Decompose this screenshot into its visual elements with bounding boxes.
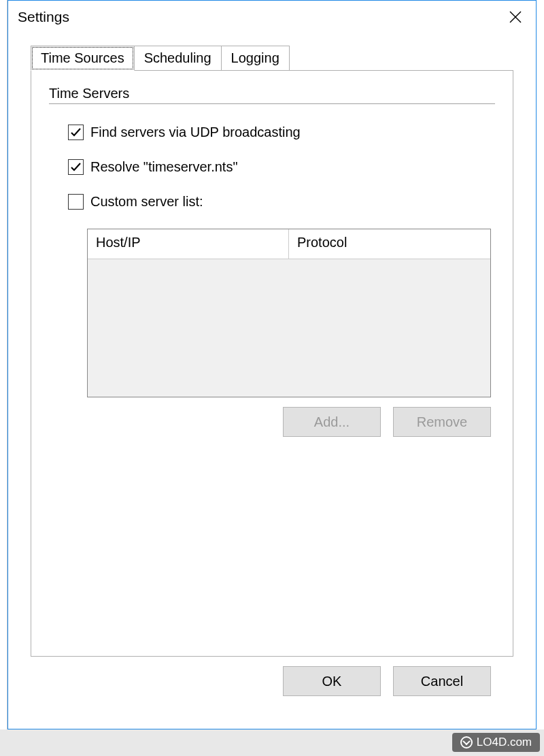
server-list-table[interactable]: Host/IP Protocol: [87, 229, 491, 397]
download-icon: [460, 736, 473, 749]
checkbox-resolve-timeserver[interactable]: Resolve "timeserver.nts": [68, 159, 495, 175]
tab-logging[interactable]: Logging: [221, 46, 290, 71]
client-area: Time Sources Scheduling Logging Time Ser…: [8, 33, 536, 696]
cancel-button[interactable]: Cancel: [393, 666, 491, 696]
checkbox-udp-broadcasting[interactable]: Find servers via UDP broadcasting: [68, 125, 495, 140]
column-header-protocol[interactable]: Protocol: [289, 229, 490, 259]
close-icon: [509, 11, 522, 23]
titlebar: Settings: [8, 1, 536, 33]
window-title: Settings: [18, 9, 69, 25]
table-header: Host/IP Protocol: [88, 229, 490, 259]
checkbox-label: Resolve "timeserver.nts": [90, 159, 238, 175]
close-button[interactable]: [495, 1, 536, 33]
checkbox-label: Custom server list:: [90, 194, 203, 210]
tab-time-sources[interactable]: Time Sources: [31, 46, 135, 71]
tabpanel-time-sources: Time Servers Find servers via UDP broadc…: [31, 70, 513, 657]
checkbox-icon: [68, 194, 84, 210]
tabstrip: Time Sources Scheduling Logging: [31, 46, 513, 71]
watermark-text: LO4D.com: [477, 736, 532, 749]
checkbox-label: Find servers via UDP broadcasting: [90, 125, 301, 140]
background-right-edge: [537, 0, 544, 729]
dialog-button-row: OK Cancel: [31, 657, 513, 696]
section-divider: [49, 103, 495, 104]
add-button[interactable]: Add...: [283, 407, 381, 437]
options-group: Find servers via UDP broadcasting Resolv…: [49, 125, 495, 437]
settings-window: Settings Time Sources Scheduling Logging…: [7, 0, 537, 729]
watermark: LO4D.com: [452, 733, 540, 752]
section-title: Time Servers: [49, 86, 495, 101]
checkbox-icon: [68, 159, 84, 175]
checkbox-icon: [68, 125, 84, 140]
table-button-row: Add... Remove: [68, 407, 491, 437]
tab-scheduling[interactable]: Scheduling: [134, 46, 222, 71]
checkbox-custom-server-list[interactable]: Custom server list:: [68, 194, 495, 210]
remove-button[interactable]: Remove: [393, 407, 491, 437]
column-header-host[interactable]: Host/IP: [88, 229, 289, 259]
background-left-edge: [0, 0, 7, 729]
ok-button[interactable]: OK: [283, 666, 381, 696]
